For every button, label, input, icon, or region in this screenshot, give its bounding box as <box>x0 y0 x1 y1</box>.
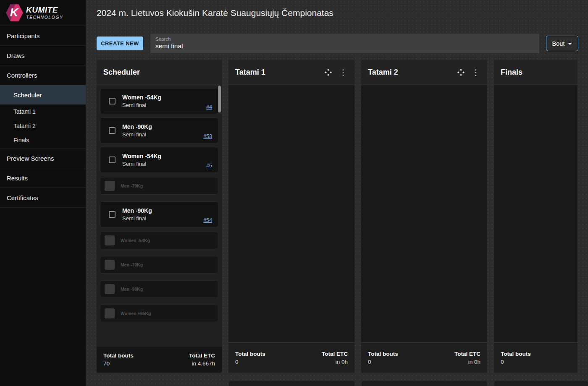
total-etc-value: in 0h <box>454 359 480 365</box>
sidebar-item[interactable]: Preview Screens <box>0 149 86 168</box>
bout-card[interactable]: Women -54Kg <box>100 232 218 249</box>
bout-card-text: Men -70Kg <box>121 183 143 188</box>
bout-card-text: Men -90Kg Semi final <box>122 123 152 138</box>
bout-card[interactable]: Men -90Kg Semi final #54 <box>100 201 218 227</box>
sidebar: K KUMITE TECHNOLOGY Participants Draws C… <box>0 0 86 386</box>
bout-category: Women -54Kg <box>121 238 150 243</box>
sidebar-item-label: Preview Screens <box>7 155 54 162</box>
total-etc-label: Total ETC <box>454 351 480 357</box>
bout-checkbox[interactable] <box>109 211 116 218</box>
bout-number-link[interactable]: #5 <box>206 163 212 169</box>
tatami-column-header: Tatami 2 ⋮ <box>361 60 487 85</box>
total-etc-block: Total ETC in 0h <box>454 351 480 365</box>
bout-placeholder-icon <box>105 308 115 318</box>
sidebar-item[interactable]: Controllers <box>0 65 86 85</box>
sidebar-subitem[interactable]: Finals <box>0 133 86 147</box>
tatami-drop-area[interactable] <box>228 85 354 342</box>
sidebar-subitem-label: Tatami 1 <box>13 108 36 115</box>
sidebar-item[interactable]: Participants <box>0 26 86 46</box>
bout-card[interactable]: Women -54Kg Semi final #5 <box>100 147 218 173</box>
bout-card[interactable]: Men -90Kg <box>100 280 218 298</box>
bout-category: Men -70Kg <box>121 262 143 267</box>
app-logo[interactable]: K KUMITE TECHNOLOGY <box>0 0 86 26</box>
bout-round: Semi final <box>122 215 152 222</box>
sidebar-subitem-label: Scheduler <box>13 91 42 99</box>
tatami-column: Tatami 1 ⋮ <box>228 60 354 373</box>
total-bouts-block: Total bouts 0 <box>368 351 398 365</box>
sidebar-subitem[interactable]: Tatami 1 <box>0 104 86 119</box>
total-bouts-value: 0 <box>235 359 265 365</box>
total-bouts-label: Total bouts <box>368 351 398 357</box>
bout-card-text: Men -70Kg <box>121 262 143 267</box>
total-etc-value: in 4.667h <box>189 360 215 367</box>
tatami-column: Finals Total bouts 0 <box>494 60 578 373</box>
bout-round: Semi final <box>122 131 152 138</box>
search-label: Search <box>155 37 534 42</box>
sidebar-item-label: Participants <box>7 32 39 39</box>
sidebar-subitem-label: Tatami 2 <box>13 123 36 129</box>
sidebar-item[interactable]: Results <box>0 168 86 188</box>
move-column-icon[interactable] <box>323 68 333 77</box>
next-row-panel-peek <box>494 381 588 386</box>
column-title: Finals <box>501 68 571 77</box>
bout-category: Men -70Kg <box>121 183 143 188</box>
bout-checkbox[interactable] <box>109 127 116 134</box>
sidebar-item[interactable]: Certificates <box>0 188 86 208</box>
total-etc-value: in 0h <box>322 359 348 365</box>
sidebar-item[interactable]: Draws <box>0 46 86 65</box>
brand-tagline: TECHNOLOGY <box>26 15 63 20</box>
total-bouts-value: 0 <box>368 359 398 365</box>
total-bouts-value: 0 <box>501 359 531 365</box>
brand-hexagon-icon: K <box>6 4 23 22</box>
tatami-column-footer: Total bouts 0 Total ETC in 0h <box>361 342 487 373</box>
bout-category: Men -90Kg <box>122 123 152 130</box>
bout-round: Semi final <box>122 102 161 108</box>
column-actions: ⋮ <box>456 68 480 77</box>
bout-card[interactable]: Men -90Kg Semi final #53 <box>100 117 218 143</box>
sidebar-subitem-label: Finals <box>13 137 29 143</box>
bout-card[interactable]: Men -70Kg <box>100 256 218 274</box>
kebab-menu-icon[interactable]: ⋮ <box>471 68 480 77</box>
scheduler-card-list: Women -54Kg Semi final #4 Men -90Kg Semi… <box>97 85 222 347</box>
bout-category: Men -90Kg <box>122 207 152 214</box>
search-field[interactable]: Search <box>150 34 539 53</box>
move-column-icon[interactable] <box>456 68 465 77</box>
create-new-button[interactable]: CREATE NEW <box>97 37 143 50</box>
total-bouts-block: Total bouts 70 <box>103 352 134 367</box>
bout-category: Women -54Kg <box>122 153 161 159</box>
total-etc-label: Total ETC <box>189 352 215 359</box>
total-etc-block: Total ETC in 4.667h <box>189 352 215 367</box>
sidebar-subitem[interactable]: Scheduler <box>0 85 86 104</box>
scrollbar-thumb[interactable] <box>218 86 221 112</box>
bout-number-link[interactable]: #54 <box>203 217 212 223</box>
scheduler-column: Scheduler Women -54Kg Semi final #4 <box>97 60 222 373</box>
bout-card-text: Men -90Kg Semi final <box>122 207 152 222</box>
bout-dropdown[interactable]: Bout <box>546 36 578 51</box>
column-actions: ⋮ <box>323 68 348 77</box>
brand-letter: K <box>10 6 18 19</box>
bout-checkbox[interactable] <box>109 156 116 163</box>
tatami-drop-area[interactable] <box>361 85 487 342</box>
bout-round: Semi final <box>122 161 161 167</box>
bout-card[interactable]: Women -54Kg Semi final #4 <box>100 88 218 114</box>
total-etc-block: Total ETC in 0h <box>322 351 348 365</box>
bout-number-link[interactable]: #53 <box>203 133 212 139</box>
column-title: Tatami 1 <box>235 68 323 77</box>
column-title: Tatami 2 <box>368 68 456 77</box>
bout-number-link[interactable]: #4 <box>206 104 212 110</box>
next-row-panel-peek <box>362 381 487 386</box>
bout-card[interactable]: Men -70Kg <box>100 177 218 195</box>
scheduler-column-header: Scheduler <box>97 60 222 85</box>
dropdown-caret-icon <box>568 43 572 45</box>
kebab-menu-icon[interactable]: ⋮ <box>339 68 348 77</box>
sidebar-subitem[interactable]: Tatami 2 <box>0 119 86 133</box>
bout-category: Men -90Kg <box>121 287 143 292</box>
page-title: 2024 m. Lietuvos Kiokušin Karatė Suaugus… <box>97 0 333 26</box>
tatami-drop-area[interactable] <box>494 85 578 342</box>
bout-checkbox[interactable] <box>109 98 116 104</box>
bout-category: Women -54Kg <box>122 94 161 101</box>
search-input[interactable] <box>155 42 534 50</box>
total-bouts-value: 70 <box>103 360 134 367</box>
bout-card[interactable]: Women +65Kg <box>100 305 218 322</box>
bout-card-text: Women +65Kg <box>121 311 151 316</box>
